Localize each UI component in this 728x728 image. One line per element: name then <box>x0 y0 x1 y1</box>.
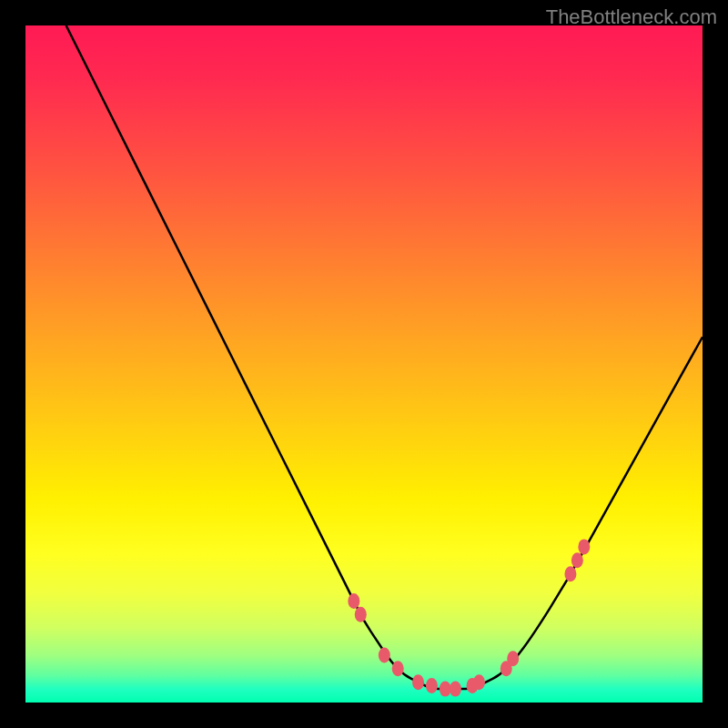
highlight-dot <box>426 678 438 693</box>
highlight-dot <box>412 674 424 690</box>
highlight-dot <box>507 651 519 666</box>
highlight-dot <box>392 661 404 676</box>
highlight-dot <box>578 539 590 554</box>
highlight-dot <box>450 682 461 697</box>
highlight-dot <box>571 552 583 568</box>
bottleneck-curve-line <box>66 25 703 689</box>
highlight-dot <box>440 682 451 697</box>
chart-plot-area <box>25 25 703 703</box>
highlight-dot <box>564 566 576 581</box>
highlight-dots-group <box>348 539 590 696</box>
chart-svg <box>25 25 703 703</box>
highlight-dot <box>379 647 390 662</box>
watermark-text: TheBottleneck.com <box>546 5 717 29</box>
highlight-dot <box>473 674 485 690</box>
highlight-dot <box>355 607 367 622</box>
highlight-dot <box>348 593 359 609</box>
